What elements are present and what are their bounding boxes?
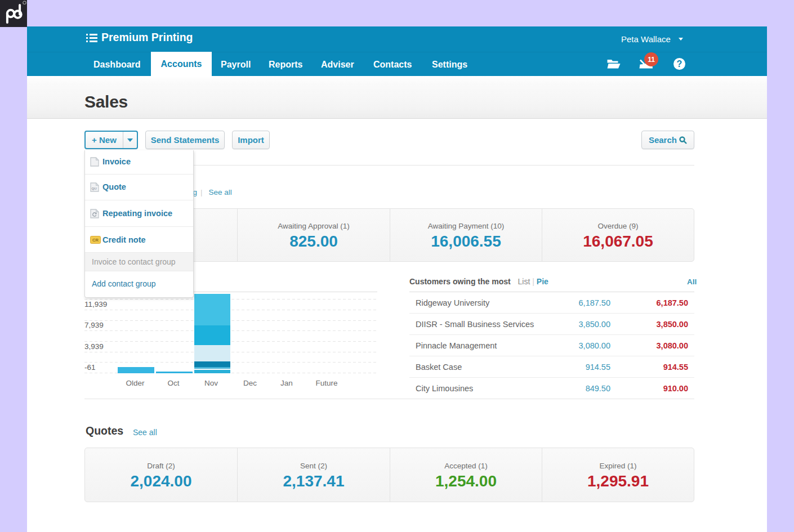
svg-text:QU: QU: [92, 187, 97, 190]
svg-text:CR: CR: [92, 238, 99, 243]
